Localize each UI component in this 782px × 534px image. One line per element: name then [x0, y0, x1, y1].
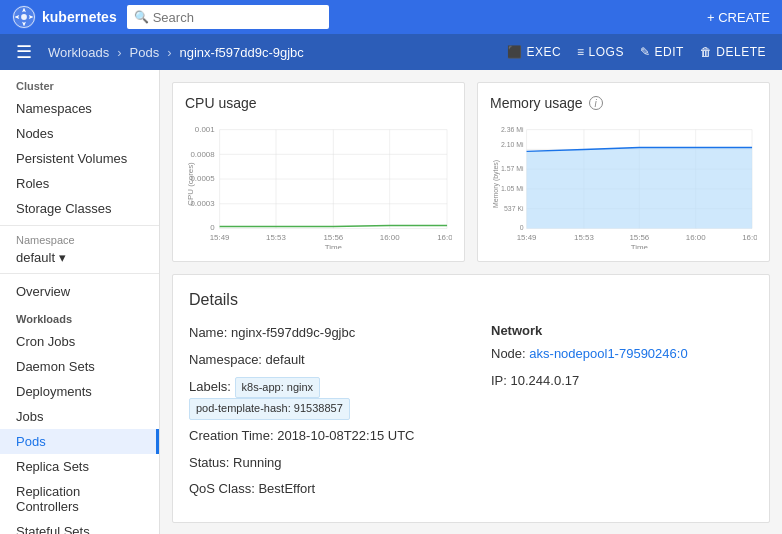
- detail-labels: Labels: k8s-app: nginx pod-template-hash…: [189, 377, 451, 420]
- cluster-section-title: Cluster: [0, 70, 159, 96]
- breadcrumb-sep-1: ›: [117, 45, 121, 60]
- svg-text:537 Ki: 537 Ki: [504, 205, 524, 212]
- svg-text:0: 0: [210, 223, 215, 232]
- node-link[interactable]: aks-nodepool1-79590246:0: [529, 346, 687, 361]
- sidebar-item-pods[interactable]: Pods: [0, 429, 159, 454]
- sidebar-item-replica-sets[interactable]: Replica Sets: [0, 454, 159, 479]
- detail-creation: Creation Time: 2018-10-08T22:15 UTC: [189, 426, 451, 447]
- details-title: Details: [189, 291, 753, 309]
- sidebar-item-daemon-sets[interactable]: Daemon Sets: [0, 354, 159, 379]
- breadcrumb-workloads[interactable]: Workloads: [48, 45, 109, 60]
- cpu-chart-area: 0.001 0.0008 0.0005 0.0003 0: [185, 119, 452, 249]
- top-nav: kubernetes 🔍 + CREATE: [0, 0, 782, 34]
- search-icon: 🔍: [134, 10, 149, 24]
- svg-text:1.05 Mi: 1.05 Mi: [501, 185, 524, 192]
- create-button[interactable]: + CREATE: [707, 10, 770, 25]
- main-content: CPU usage 0.001 0.0008 0.0005 0.0003 0: [160, 70, 782, 534]
- search-wrapper: 🔍: [127, 5, 507, 29]
- cpu-chart-card: CPU usage 0.001 0.0008 0.0005 0.0003 0: [172, 82, 465, 262]
- svg-text:0.0008: 0.0008: [190, 150, 215, 159]
- detail-node: Node: aks-nodepool1-79590246:0: [491, 344, 753, 365]
- namespace-value: default: [16, 250, 55, 265]
- logs-button[interactable]: ≡ LOGS: [577, 45, 624, 59]
- svg-text:1.57 Mi: 1.57 Mi: [501, 165, 524, 172]
- memory-chart-title: Memory usage i: [490, 95, 757, 111]
- workloads-section-title: Workloads: [0, 305, 159, 329]
- kubernetes-logo: kubernetes: [12, 5, 117, 29]
- details-card: Details Name: nginx-f597dd9c-9gjbc Names…: [172, 274, 770, 523]
- memory-chart-card: Memory usage i 2.36 Mi 2.10 Mi 1.57 Mi 1…: [477, 82, 770, 262]
- network-title: Network: [491, 323, 753, 338]
- delete-button[interactable]: 🗑 DELETE: [700, 45, 766, 59]
- detail-status: Status: Running: [189, 453, 451, 474]
- breadcrumb-current: nginx-f597dd9c-9gjbc: [180, 45, 304, 60]
- sidebar-item-replication-controllers[interactable]: Replication Controllers: [0, 479, 159, 519]
- breadcrumb-sep-2: ›: [167, 45, 171, 60]
- svg-text:2.36 Mi: 2.36 Mi: [501, 126, 524, 133]
- detail-qos: QoS Class: BestEffort: [189, 479, 451, 500]
- sidebar-item-storage-classes[interactable]: Storage Classes: [0, 196, 159, 221]
- detail-ip: IP: 10.244.0.17: [491, 371, 753, 392]
- svg-text:CPU (cores): CPU (cores): [186, 162, 195, 206]
- svg-text:16:00: 16:00: [380, 233, 400, 242]
- logo-text: kubernetes: [42, 9, 117, 25]
- svg-text:Time: Time: [631, 243, 649, 249]
- sidebar-item-nodes[interactable]: Nodes: [0, 121, 159, 146]
- edit-icon: ✎: [640, 45, 651, 59]
- details-grid: Name: nginx-f597dd9c-9gjbc Namespace: de…: [189, 323, 753, 506]
- charts-row: CPU usage 0.001 0.0008 0.0005 0.0003 0: [172, 82, 770, 262]
- sidebar-item-stateful-sets[interactable]: Stateful Sets: [0, 519, 159, 534]
- sidebar-item-deployments[interactable]: Deployments: [0, 379, 159, 404]
- menu-icon[interactable]: ☰: [16, 41, 32, 63]
- svg-text:15:53: 15:53: [266, 233, 286, 242]
- svg-text:15:49: 15:49: [517, 233, 537, 242]
- label-badge-0: k8s-app: nginx: [235, 377, 321, 399]
- search-input[interactable]: [127, 5, 329, 29]
- sidebar-item-overview[interactable]: Overview: [0, 278, 159, 305]
- svg-text:16:00: 16:00: [686, 233, 706, 242]
- exec-icon: ⬛: [507, 45, 523, 59]
- edit-button[interactable]: ✎ EDIT: [640, 45, 684, 59]
- cpu-chart-title: CPU usage: [185, 95, 452, 111]
- breadcrumb-actions: ⬛ EXEC ≡ LOGS ✎ EDIT 🗑 DELETE: [507, 45, 766, 59]
- sidebar-item-persistent-volumes[interactable]: Persistent Volumes: [0, 146, 159, 171]
- details-left: Name: nginx-f597dd9c-9gjbc Namespace: de…: [189, 323, 451, 506]
- info-icon: i: [589, 96, 603, 110]
- svg-text:15:56: 15:56: [323, 233, 343, 242]
- chevron-down-icon: ▾: [59, 250, 66, 265]
- label-badge-1: pod-template-hash: 91538857: [189, 398, 350, 420]
- memory-chart-area: 2.36 Mi 2.10 Mi 1.57 Mi 1.05 Mi 537 Ki 0: [490, 119, 757, 249]
- logs-icon: ≡: [577, 45, 585, 59]
- sidebar-item-cron-jobs[interactable]: Cron Jobs: [0, 329, 159, 354]
- svg-point-6: [21, 14, 27, 20]
- breadcrumb-bar: ☰ Workloads › Pods › nginx-f597dd9c-9gjb…: [0, 34, 782, 70]
- detail-namespace: Namespace: default: [189, 350, 451, 371]
- svg-text:Time: Time: [325, 243, 343, 249]
- sidebar: Cluster Namespaces Nodes Persistent Volu…: [0, 70, 160, 534]
- svg-text:Memory (bytes): Memory (bytes): [492, 160, 500, 208]
- details-right: Network Node: aks-nodepool1-79590246:0 I…: [491, 323, 753, 506]
- svg-text:15:53: 15:53: [574, 233, 594, 242]
- svg-text:2.10 Mi: 2.10 Mi: [501, 141, 524, 148]
- memory-chart-svg: 2.36 Mi 2.10 Mi 1.57 Mi 1.05 Mi 537 Ki 0: [490, 119, 757, 249]
- delete-icon: 🗑: [700, 45, 713, 59]
- sidebar-item-jobs[interactable]: Jobs: [0, 404, 159, 429]
- breadcrumb-pods[interactable]: Pods: [130, 45, 160, 60]
- svg-text:15:49: 15:49: [210, 233, 230, 242]
- kubernetes-logo-icon: [12, 5, 36, 29]
- svg-text:0.001: 0.001: [195, 125, 215, 134]
- namespace-select[interactable]: default ▾: [16, 250, 143, 265]
- sidebar-item-namespaces[interactable]: Namespaces: [0, 96, 159, 121]
- detail-name: Name: nginx-f597dd9c-9gjbc: [189, 323, 451, 344]
- svg-text:0: 0: [520, 224, 524, 231]
- namespace-section: Namespace default ▾: [0, 225, 159, 274]
- sidebar-item-roles[interactable]: Roles: [0, 171, 159, 196]
- exec-button[interactable]: ⬛ EXEC: [507, 45, 561, 59]
- svg-text:16:03: 16:03: [742, 233, 757, 242]
- svg-text:15:56: 15:56: [629, 233, 649, 242]
- cpu-chart-svg: 0.001 0.0008 0.0005 0.0003 0: [185, 119, 452, 249]
- namespace-label: Namespace: [16, 234, 143, 246]
- svg-text:16:03: 16:03: [437, 233, 452, 242]
- svg-marker-46: [527, 147, 752, 228]
- main-layout: Cluster Namespaces Nodes Persistent Volu…: [0, 70, 782, 534]
